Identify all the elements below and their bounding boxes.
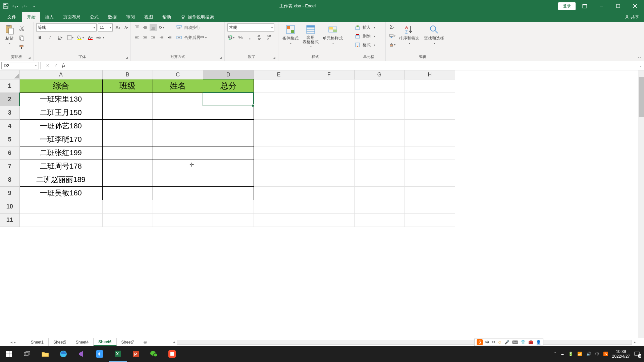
bold-button[interactable]: B <box>36 34 44 41</box>
vertical-scrollbar[interactable] <box>638 70 644 338</box>
cell-B7[interactable] <box>102 160 153 173</box>
cell-B8[interactable] <box>102 173 153 186</box>
insert-function-icon[interactable]: fx <box>60 62 68 69</box>
row-head-9[interactable]: 9 <box>0 186 19 200</box>
cell-B4[interactable] <box>102 119 153 133</box>
cell-G3[interactable] <box>354 106 405 119</box>
ime-toolbar[interactable]: S 中 •• ☺ 🎤 ⌨ 👕 🧰 👤 <box>474 339 543 346</box>
cell-D2[interactable] <box>203 93 254 106</box>
col-head-E[interactable]: E <box>254 70 304 79</box>
sheet-tab-Sheet6[interactable]: Sheet6 <box>94 338 116 346</box>
autosum-icon[interactable]: Σ▾ <box>388 23 396 31</box>
ime-mic-icon[interactable]: 🎤 <box>504 340 509 345</box>
cell-E6[interactable] <box>254 146 304 160</box>
share-button[interactable]: 共享 <box>620 12 644 22</box>
formula-enter-icon[interactable]: ✓ <box>52 62 60 69</box>
name-box[interactable]: D2▾ <box>1 62 39 69</box>
accounting-icon[interactable]: 💱▾ <box>227 34 235 41</box>
horizontal-scrollbar[interactable]: ◂▸ <box>165 340 644 345</box>
cell-B6[interactable] <box>102 146 153 160</box>
sort-filter-button[interactable]: AZ排序和筛选▾ <box>398 23 421 46</box>
tray-sogou-icon[interactable]: S <box>603 352 608 356</box>
start-button[interactable] <box>0 346 18 362</box>
cell-H2[interactable] <box>405 93 455 106</box>
ime-skin-icon[interactable]: 👕 <box>521 340 526 345</box>
cell-styles-button[interactable]: 单元格样式▾ <box>321 23 344 46</box>
app-icon-1[interactable] <box>91 346 109 362</box>
tray-ime[interactable]: 中 <box>595 351 599 357</box>
fill-color-icon[interactable]: ▾ <box>76 34 84 41</box>
conditional-format-button[interactable]: 条件格式▾ <box>281 23 300 46</box>
increase-indent-icon[interactable] <box>166 34 173 41</box>
cell-G7[interactable] <box>354 160 405 173</box>
cell-A8[interactable]: 二班赵丽丽189 <box>19 173 102 186</box>
paste-button[interactable]: 粘贴 ▾ <box>3 23 16 46</box>
sheet-tab-Sheet1[interactable]: Sheet1 <box>26 338 49 346</box>
tab-review[interactable]: 审阅 <box>121 12 140 22</box>
ime-emoji-icon[interactable]: ☺ <box>498 340 502 345</box>
cell-B5[interactable] <box>102 133 153 146</box>
row-head-7[interactable]: 7 <box>0 160 19 173</box>
cell-H8[interactable] <box>405 173 455 186</box>
ime-lang[interactable]: 中 <box>485 340 489 345</box>
app-icon-2[interactable] <box>163 346 181 362</box>
cell-E11[interactable] <box>254 213 304 227</box>
cell-G5[interactable] <box>354 133 405 146</box>
cell-A5[interactable]: 一班李晓170 <box>19 133 102 146</box>
increase-decimal-icon[interactable]: .0.00 <box>256 34 263 41</box>
cell-F9[interactable] <box>304 186 354 200</box>
cell-B1[interactable]: 班级 <box>102 79 153 93</box>
cell-C3[interactable] <box>153 106 203 119</box>
cell-C11[interactable] <box>153 213 203 227</box>
sheet-tab-Sheet4[interactable]: Sheet4 <box>71 338 94 346</box>
close-icon[interactable] <box>627 0 643 12</box>
tab-data[interactable]: 数据 <box>103 12 121 22</box>
font-color-icon[interactable]: A▾ <box>87 34 94 41</box>
cell-F6[interactable] <box>304 146 354 160</box>
tab-file[interactable]: 文件 <box>1 12 22 22</box>
cell-E10[interactable] <box>254 200 304 213</box>
notifications-icon[interactable]: 3 <box>634 351 640 357</box>
row-head-4[interactable]: 4 <box>0 119 19 133</box>
cell-H1[interactable] <box>405 79 455 93</box>
cell-E9[interactable] <box>254 186 304 200</box>
ribbon-display-icon[interactable] <box>577 0 592 12</box>
tray-onedrive-icon[interactable]: ☁ <box>560 352 564 356</box>
sheet-tab-Sheet5[interactable]: Sheet5 <box>49 338 71 346</box>
cell-D10[interactable] <box>203 200 254 213</box>
minimize-icon[interactable] <box>594 0 609 12</box>
align-top-icon[interactable] <box>133 24 141 31</box>
cell-G11[interactable] <box>354 213 405 227</box>
cell-E5[interactable] <box>254 133 304 146</box>
align-launcher-icon[interactable]: ◢ <box>219 56 222 59</box>
cell-G8[interactable] <box>354 173 405 186</box>
cell-C8[interactable] <box>153 173 203 186</box>
tab-formulas[interactable]: 公式 <box>85 12 103 22</box>
ime-keyboard-icon[interactable]: ⌨ <box>512 340 518 345</box>
login-button[interactable]: 登录 <box>558 2 576 10</box>
copy-icon[interactable] <box>18 34 25 42</box>
tab-layout[interactable]: 页面布局 <box>58 12 85 22</box>
percent-icon[interactable]: % <box>237 34 244 41</box>
format-cells-button[interactable]: 格式 ▾ <box>355 41 375 49</box>
cell-D7[interactable] <box>203 160 254 173</box>
cell-A6[interactable]: 二班张红199 <box>19 146 102 160</box>
cell-B11[interactable] <box>102 213 153 227</box>
find-select-button[interactable]: 查找和选择▾ <box>423 23 445 46</box>
increase-font-icon[interactable]: A▴ <box>114 24 121 31</box>
cell-D3[interactable] <box>203 106 254 119</box>
tab-help[interactable]: 帮助 <box>158 12 176 22</box>
col-head-F[interactable]: F <box>304 70 354 79</box>
cell-G9[interactable] <box>354 186 405 200</box>
cell-A11[interactable] <box>19 213 102 227</box>
cell-H11[interactable] <box>405 213 455 227</box>
col-head-H[interactable]: H <box>405 70 455 79</box>
qat-customize-icon[interactable]: ▾ <box>31 3 37 9</box>
ime-punct-icon[interactable]: •• <box>492 340 495 345</box>
cell-F10[interactable] <box>304 200 354 213</box>
cell-A7[interactable]: 二班周号178 <box>19 160 102 173</box>
number-launcher-icon[interactable]: ◢ <box>273 56 275 59</box>
cell-E4[interactable] <box>254 119 304 133</box>
vs-icon[interactable] <box>72 346 91 362</box>
tab-home[interactable]: 开始 <box>22 12 40 22</box>
